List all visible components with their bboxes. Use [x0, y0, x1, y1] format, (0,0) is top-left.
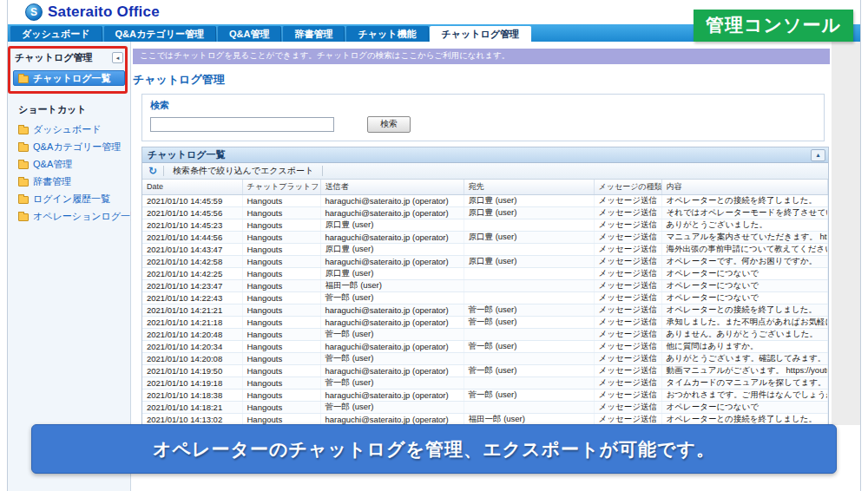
table-row[interactable]: 2021/01/10 14:44:56Hangoutsharaguchi@sat…: [142, 231, 828, 243]
cell-content: 他に質問はありますか。: [661, 340, 828, 352]
column-header-content[interactable]: 内容: [661, 180, 828, 194]
refresh-icon[interactable]: ↻: [146, 165, 160, 178]
cell-message-type: メッセージ送信: [594, 316, 661, 328]
table-row[interactable]: 2021/01/10 14:19:18Hangouts菅一郎 (user)メッセ…: [142, 376, 828, 389]
cell-recipient: 菅一郎 (user): [464, 364, 594, 376]
cell-message-type: メッセージ送信: [594, 401, 661, 413]
cell-date: 2021/01/10 14:19:50: [142, 364, 242, 376]
table-row[interactable]: 2021/01/10 14:20:48Hangouts菅一郎 (user)メッセ…: [142, 328, 828, 340]
cell-message-type: メッセージ送信: [594, 352, 661, 364]
table-row[interactable]: 2021/01/10 14:45:23Hangouts原口豊 (user)メッセ…: [142, 219, 828, 231]
cell-platform: Hangouts: [242, 376, 320, 389]
sidebar-item-label: チャットログ一覧: [33, 72, 111, 85]
log-table-body: 2021/01/10 14:45:59Hangoutsharaguchi@sat…: [142, 194, 828, 437]
export-button[interactable]: 検索条件で絞り込んでエクスポート: [168, 164, 319, 178]
cell-platform: Hangouts: [242, 219, 320, 231]
tab-item[interactable]: Q&A管理: [217, 26, 281, 42]
cell-platform: Hangouts: [242, 279, 320, 291]
cell-message-type: メッセージ送信: [594, 291, 661, 304]
cell-recipient: 原口豊 (user): [464, 231, 594, 243]
admin-console-badge: 管理コンソール: [694, 10, 853, 42]
tab-item[interactable]: Q&Aカテゴリー管理: [103, 26, 216, 42]
sidebar-item-chatlog-list[interactable]: チャットログ一覧: [13, 70, 125, 86]
cell-platform: Hangouts: [242, 364, 320, 376]
cell-content: おつかれさまです。ご用件はなんでしょうか。: [661, 389, 828, 401]
cell-platform: Hangouts: [242, 304, 320, 316]
sidebar-shortcut[interactable]: オペレーションログ一覧: [11, 208, 127, 226]
column-header-date[interactable]: Date: [142, 180, 242, 194]
table-row[interactable]: 2021/01/10 14:18:38Hangoutsharaguchi@sat…: [142, 389, 828, 401]
tab-active[interactable]: チャットログ管理: [430, 26, 532, 42]
info-bar: ここではチャットログを見ることができます。チャットログの検索はここからご利用にな…: [133, 49, 830, 64]
shortcut-label: ログイン履歴一覧: [33, 193, 110, 206]
table-row[interactable]: 2021/01/10 14:21:18Hangoutsharaguchi@sat…: [142, 316, 828, 328]
sateraito-logo: S Sateraito Office: [25, 3, 160, 21]
cell-platform: Hangouts: [242, 352, 320, 364]
folder-icon: [18, 127, 29, 134]
sidebar-shortcut[interactable]: Q&Aカテゴリー管理: [11, 139, 127, 156]
tab-item[interactable]: ダッシュボード: [10, 26, 102, 42]
shortcut-label: 辞書管理: [33, 175, 71, 188]
cell-content: オペレーターにつないで: [661, 279, 828, 291]
cell-message-type: メッセージ送信: [594, 219, 661, 231]
tab-item[interactable]: チャット機能: [345, 26, 428, 42]
chatlog-panel: チャットログ一覧 ▴ ↻ 検索条件で絞り込んでエクスポート Dateチャットプラ…: [141, 147, 829, 439]
cell-recipient: 原口豊 (user): [464, 194, 594, 206]
table-row[interactable]: 2021/01/10 14:42:58Hangoutsharaguchi@sat…: [142, 255, 828, 267]
cell-message-type: メッセージ送信: [594, 340, 661, 352]
column-header-platform[interactable]: チャットプラットフォーム: [242, 180, 320, 194]
chatlog-toolbar: ↻ 検索条件で絞り込んでエクスポート: [142, 163, 828, 180]
cell-content: オペレーターとの接続を終了しました。: [661, 413, 828, 425]
sidebar-shortcut[interactable]: Q&A管理: [11, 156, 127, 173]
cell-sender: 菅一郎 (user): [320, 376, 464, 389]
cell-content: オペレーターとの接続を終了しました。: [661, 304, 828, 316]
toolbar-separator: [163, 166, 164, 176]
table-row[interactable]: 2021/01/10 14:20:08Hangouts菅一郎 (user)メッセ…: [142, 352, 828, 364]
cell-message-type: メッセージ送信: [594, 389, 661, 401]
cell-recipient: 菅一郎 (user): [464, 316, 594, 328]
cell-platform: Hangouts: [242, 316, 320, 328]
chatlog-panel-header: チャットログ一覧 ▴: [142, 147, 828, 163]
cell-message-type: メッセージ送信: [594, 206, 661, 219]
cell-date: 2021/01/10 14:44:56: [142, 231, 242, 243]
cell-date: 2021/01/10 14:45:23: [142, 219, 242, 231]
panel-collapse-button[interactable]: ▴: [811, 149, 825, 161]
cell-content: オペレーターにつないで: [661, 291, 828, 304]
sidebar-collapse-button[interactable]: ◂: [112, 52, 123, 63]
table-row[interactable]: 2021/01/10 14:20:34Hangoutsharaguchi@sat…: [142, 340, 828, 352]
cell-date: 2021/01/10 14:42:58: [142, 255, 242, 267]
search-button[interactable]: 検索: [367, 116, 411, 133]
cell-sender: 菅一郎 (user): [320, 401, 464, 413]
cell-sender: 原口豊 (user): [320, 243, 464, 255]
cell-content: オペレーターにつないで: [661, 267, 828, 279]
sidebar-shortcut[interactable]: ダッシュボード: [11, 121, 127, 139]
cell-date: 2021/01/10 14:20:48: [142, 328, 242, 340]
table-row[interactable]: 2021/01/10 14:43:47Hangouts原口豊 (user)メッセ…: [142, 243, 828, 255]
table-row[interactable]: 2021/01/10 14:22:43Hangouts菅一郎 (user)メッセ…: [142, 291, 828, 304]
table-row[interactable]: 2021/01/10 14:45:56Hangoutsharaguchi@sat…: [142, 206, 828, 219]
cell-platform: Hangouts: [242, 243, 320, 255]
sateraito-logo-icon: S: [25, 3, 43, 21]
column-header-message-type[interactable]: メッセージの種類: [594, 180, 661, 194]
shortcut-label: Q&Aカテゴリー管理: [33, 141, 121, 154]
table-row[interactable]: 2021/01/10 14:45:59Hangoutsharaguchi@sat…: [142, 194, 828, 206]
table-row[interactable]: 2021/01/10 14:23:47Hangouts福田一郎 (user)メッ…: [142, 279, 828, 291]
cell-date: 2021/01/10 14:19:18: [142, 376, 242, 389]
table-row[interactable]: 2021/01/10 14:18:21Hangouts菅一郎 (user)メッセ…: [142, 401, 828, 413]
tab-item[interactable]: 辞書管理: [282, 26, 345, 42]
cell-recipient: 原口豊 (user): [464, 255, 594, 267]
sidebar-shortcut[interactable]: 辞書管理: [11, 173, 127, 191]
cell-content: タイムカードのマニュアルを探してます。: [661, 376, 828, 389]
search-input[interactable]: [150, 117, 334, 132]
sidebar-shortcut[interactable]: ログイン履歴一覧: [11, 191, 127, 208]
shortcut-title: ショートカット: [11, 100, 127, 121]
shortcut-list: ダッシュボードQ&Aカテゴリー管理Q&A管理辞書管理ログイン履歴一覧オペレーショ…: [11, 121, 127, 226]
cell-platform: Hangouts: [242, 231, 320, 243]
table-row[interactable]: 2021/01/10 14:13:02Hangoutsharaguchi@sat…: [142, 413, 828, 425]
table-row[interactable]: 2021/01/10 14:21:21Hangoutsharaguchi@sat…: [142, 304, 828, 316]
table-row[interactable]: 2021/01/10 14:42:25Hangouts原口豊 (user)メッセ…: [142, 267, 828, 279]
column-header-recipient[interactable]: 宛先: [464, 180, 594, 194]
table-row[interactable]: 2021/01/10 14:19:50Hangoutsharaguchi@sat…: [142, 364, 828, 376]
folder-icon: [18, 75, 29, 83]
column-header-sender[interactable]: 送信者: [320, 180, 464, 194]
